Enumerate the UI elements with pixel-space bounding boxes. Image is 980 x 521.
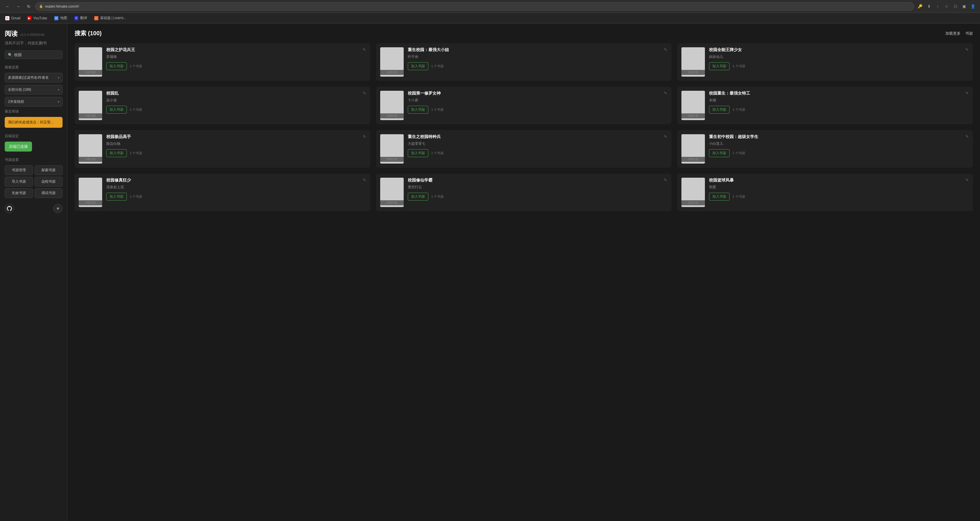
book-cover: 加载失败 [79,134,102,164]
add-to-shelf-button[interactable]: 加入书架 [106,106,127,114]
add-to-shelf-button[interactable]: 加入书架 [106,193,127,201]
book-title: 重生校园：最强大小姐 [408,47,668,53]
add-to-shelf-button[interactable]: 加入书架 [709,106,730,114]
source-import-button[interactable]: 导入书源 [5,177,33,186]
cover-fail-text: 加载失败 [380,113,404,118]
book-title: 重生之校园特种兵 [408,134,668,140]
add-to-shelf-button[interactable]: 加入书架 [709,62,730,70]
cover-fail-text: 加载失败 [79,113,102,118]
edit-icon[interactable]: ✎ [363,47,366,52]
source-explore-button[interactable]: 探索书源 [35,165,63,175]
edit-icon[interactable]: ✎ [664,178,667,182]
add-to-shelf-button[interactable]: 加入书架 [106,149,127,157]
search-title: 搜索 (100) [75,30,102,37]
tab-youtube[interactable]: ▶ YouTube [24,14,50,22]
book-author: 柒小迷 [106,98,366,103]
tabs-bar: G Gmail ▶ YouTube M 地图 百 翻译 L 基础篇 | Lear… [0,13,980,24]
sidebar-search-input[interactable] [14,53,59,57]
app-version: v3.0.4-05050148 [20,33,45,37]
book-info: 重生之校园特种兵 大盗零零七 加入书架 1 个书源 [408,134,668,157]
backend-status-button[interactable]: 后端已连接 [5,142,32,151]
add-to-shelf-button[interactable]: 加入书架 [106,62,127,70]
sidebar: 阅读 v3.0.4-05050148 清风不识字，何故乱翻书 🔍 搜索设置 多源… [0,24,67,521]
profile-icon[interactable]: 👤 [969,3,977,10]
split-icon[interactable]: ▣ [961,3,968,10]
cover-fail-text: 加载失败 [681,157,705,162]
book-actions: 加入书架 1 个书源 [106,106,366,114]
header-actions: 加载更多 书架 [945,31,973,36]
thread-dropdown[interactable]: 2并发线程 ▾ [5,97,62,107]
cover-fail-text: 加载失败 [681,113,705,118]
browser-toolbar: 🔑 ⬇ ↑ ☆ ⬡ ▣ 👤 [916,3,977,10]
edit-icon[interactable]: ✎ [664,91,667,96]
edit-icon[interactable]: ✎ [363,91,366,96]
edit-icon[interactable]: ✎ [363,134,366,139]
tab-learning[interactable]: L 基础篇 | Learni... [91,14,129,22]
source-debug-button[interactable]: 调试书源 [35,188,63,198]
tab-maps[interactable]: M 地图 [51,14,70,22]
cover-fail-text: 加载失败 [79,157,102,162]
tab-learning-label: 基础篇 | Learni... [100,16,126,21]
nav-refresh-button[interactable]: ↻ [25,2,33,11]
edit-icon[interactable]: ✎ [664,47,667,52]
add-to-shelf-button[interactable]: 加入书架 [408,193,428,201]
recent-book-button[interactable]: 我们的长处或优点：刘玉莹... [5,117,62,128]
chevron-down-icon: ▾ [58,76,59,79]
source-count: 1 个书源 [431,64,444,69]
edit-icon[interactable]: ✎ [965,47,969,52]
tab-gmail[interactable]: G Gmail [2,14,23,22]
tab-baidu[interactable]: 百 翻译 [72,14,90,22]
book-info: 校园乱 柒小迷 加入书架 1 个书源 [106,91,366,114]
group-dropdown[interactable]: 全部分组 (189) ▾ [5,85,62,94]
password-icon[interactable]: 🔑 [916,3,924,10]
source-remote-button[interactable]: 远程书源 [35,177,63,186]
load-more-link[interactable]: 加载更多 [945,31,961,36]
book-author: 小白莲儿 [709,141,969,146]
address-bar[interactable]: 🔒 reader.htmake.com/#/ [35,2,914,11]
tab-gmail-label: Gmail [11,16,20,20]
thread-label: 2并发线程 [8,99,24,104]
search-type-dropdown[interactable]: 多源搜索(过滤书名/作者名 ▾ [5,73,62,83]
app-title-row: 阅读 v3.0.4-05050148 [5,29,62,38]
book-card: 加载失败 校园修仙学霸 黑空行云 加入书架 1 个书源 ✎ [376,174,672,211]
download-icon[interactable]: ⬇ [925,3,932,10]
book-info: 校园篮球风暴 荆墨 加入书架 1 个书源 [709,178,969,201]
sidebar-search-box[interactable]: 🔍 [5,51,62,59]
search-type-label: 多源搜索(过滤书名/作者名 [8,75,49,80]
book-actions: 加入书架 1 个书源 [408,193,668,201]
add-to-shelf-button[interactable]: 加入书架 [408,62,428,70]
source-section: 书源设置 书源管理 探索书源 导入书源 远程书源 失效书源 调试书源 [5,158,62,198]
book-card: 加载失败 校园乱 柒小迷 加入书架 1 个书源 ✎ [75,87,370,124]
edit-icon[interactable]: ✎ [965,134,969,139]
source-count: 1 个书源 [732,194,745,199]
book-title: 校园修真狂少 [106,178,366,183]
book-card: 加载失败 校园之护花兵王 苏烟南 加入书架 1 个书源 ✎ [75,43,370,81]
chevron-down-icon: ▾ [58,88,59,91]
edit-icon[interactable]: ✎ [965,178,969,182]
bookshelf-link[interactable]: 书架 [965,31,973,36]
add-to-shelf-button[interactable]: 加入书架 [408,149,428,157]
add-to-shelf-button[interactable]: 加入书架 [408,106,428,114]
source-invalid-button[interactable]: 失效书源 [5,188,33,198]
source-settings-title: 书源设置 [5,158,62,163]
add-to-shelf-button[interactable]: 加入书架 [709,149,730,157]
book-author: 叶不休 [408,54,668,59]
nav-back-button[interactable]: ← [3,2,12,11]
book-info: 校园极品高手 路边白杨 加入书架 1 个书源 [106,134,366,157]
add-to-shelf-button[interactable]: 加入书架 [709,193,730,201]
share-icon[interactable]: ↑ [934,3,941,10]
lock-icon: 🔒 [39,5,43,8]
nav-forward-button[interactable]: → [14,2,22,11]
edit-icon[interactable]: ✎ [664,134,667,139]
source-count: 1 个书源 [732,64,745,69]
extensions-icon[interactable]: ⬡ [952,3,959,10]
book-author: 大盗零零七 [408,141,668,146]
github-icon[interactable] [5,204,14,213]
edit-icon[interactable]: ✎ [363,178,366,182]
edit-icon[interactable]: ✎ [965,91,969,96]
book-author: 十八夜 [408,98,668,103]
theme-toggle-icon[interactable]: ☀ [53,204,62,213]
bookmark-icon[interactable]: ☆ [943,3,950,10]
book-info: 重生校园：最强大小姐 叶不休 加入书架 1 个书源 [408,47,668,70]
source-manage-button[interactable]: 书源管理 [5,165,33,175]
